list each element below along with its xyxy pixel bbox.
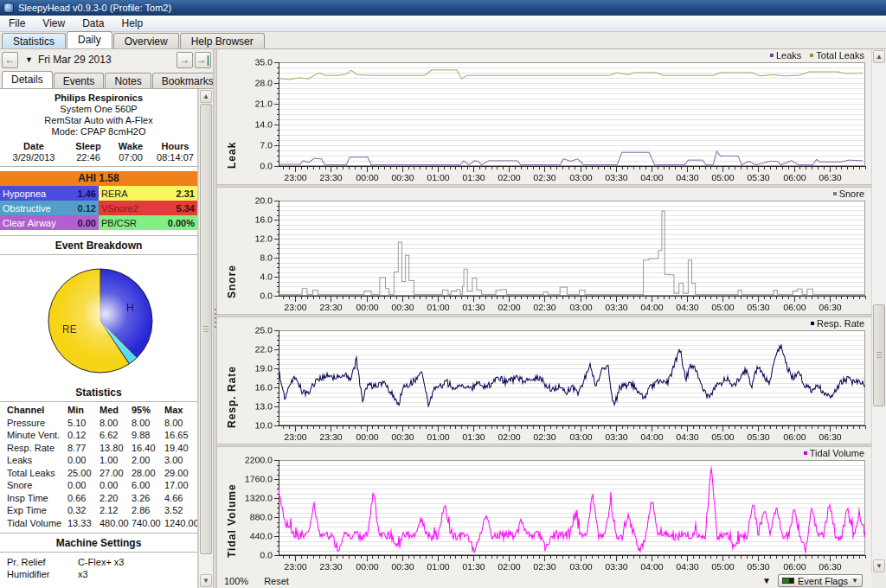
table-row: Resp. Rate8.7713.8016.4019.40: [7, 442, 197, 455]
tidal-volume-plot-area[interactable]: [217, 447, 871, 573]
chart-bottom-bar: 100% Reset ▼ Event Flags ▼: [217, 573, 871, 588]
resp-rate-plot-area[interactable]: [217, 317, 871, 444]
tab-overview[interactable]: Overview: [113, 33, 179, 48]
menu-help[interactable]: Help: [113, 16, 152, 31]
menu-view[interactable]: View: [34, 16, 74, 31]
table-row: Exp Time0.322.122.863.52: [7, 504, 197, 517]
event-breakdown-pie-chart: [0, 255, 198, 383]
session-summary: Date Sleep Wake Hours 3/29/2013 22:46 07…: [0, 137, 197, 167]
resp-rate-legend: Resp. Rate: [811, 318, 864, 329]
table-row: Snore0.000.006.0017.00: [7, 479, 197, 492]
collapse-pane-icon[interactable]: ▼: [762, 576, 771, 585]
event-rera: RERA2.31: [99, 186, 197, 201]
machine-settings-header: Machine Settings: [0, 533, 197, 552]
table-row: Tidal Volume13.33480.00740.001240.00: [7, 517, 197, 530]
legend-tidal-volume: Tidal Volume: [810, 448, 864, 458]
machine-brand: Philips Respironics: [0, 93, 197, 104]
charts-scroll-up-icon[interactable]: ▲: [873, 50, 885, 63]
legend-resp-rate: Resp. Rate: [817, 318, 864, 329]
leak-y-axis-label: Leak: [226, 49, 238, 169]
summary-wake: 07:00: [109, 152, 152, 163]
resp-rate-legend-dot: [811, 322, 814, 325]
details-pane: Philips Respironics System One 560P RemS…: [0, 89, 198, 588]
title-bar: SleepyHead v0.9.3-0 (Profile: Tom2): [0, 0, 886, 16]
tidal-volume-y-axis-label: Tidal Volume: [226, 447, 238, 558]
details-scrollbar[interactable]: ▲ ▼: [198, 89, 213, 588]
latest-day-button[interactable]: →|: [195, 52, 211, 68]
statistics-table: ChannelMinMed95%MaxPressure5.108.008.008…: [0, 401, 197, 531]
summary-header-date: Date: [0, 140, 67, 152]
table-row: Total Leaks25.0027.0028.0029.00: [7, 467, 197, 480]
tab-help-browser[interactable]: Help Browser: [180, 33, 265, 48]
table-row: Insp Time0.662.203.264.66: [7, 492, 197, 505]
snore-legend-dot: [833, 192, 837, 195]
detail-tab-bar: Details Events Notes Bookmarks: [0, 71, 213, 89]
charts-panel: Leaks Total Leaks Leak Snore Snore Resp.…: [217, 49, 871, 588]
prev-day-button[interactable]: ←: [2, 52, 18, 68]
daily-left-panel: ← ▼ Fri Mar 29 2013 → →| Details Events …: [0, 49, 213, 588]
resp-rate-chart[interactable]: Resp. Rate Resp. Rate: [217, 317, 871, 444]
tab-notes[interactable]: Notes: [105, 73, 151, 88]
reset-zoom-button[interactable]: Reset: [264, 576, 289, 586]
zoom-level-label: 100%: [224, 576, 248, 586]
next-day-button[interactable]: →: [177, 52, 193, 68]
menu-data[interactable]: Data: [74, 16, 112, 31]
tab-events[interactable]: Events: [54, 73, 105, 88]
machine-series: RemStar Auto with A-Flex: [0, 115, 197, 126]
scroll-down-icon[interactable]: ▼: [200, 574, 212, 587]
snore-plot-area[interactable]: [217, 188, 871, 314]
calendar-dropdown-icon: ▼: [25, 55, 33, 64]
ahi-banner: AHI 1.58: [0, 171, 197, 186]
table-row: Minute Vent.0.126.629.8816.65: [7, 429, 197, 442]
leak-legend: Leaks Total Leaks: [770, 50, 864, 61]
machine-info: Philips Respironics System One 560P RemS…: [0, 89, 197, 137]
app-icon: [3, 3, 14, 13]
event-pb-csr: PB/CSR0.00%: [99, 215, 197, 230]
tab-daily[interactable]: Daily: [67, 31, 112, 48]
snore-chart[interactable]: Snore Snore: [217, 188, 871, 314]
tidal-volume-chart[interactable]: Tidal Volume Tidal Volume: [217, 447, 871, 573]
snore-y-axis-label: Snore: [226, 188, 238, 298]
event-clear-airway: Clear Airway0.00: [0, 215, 99, 230]
summary-header-hours: Hours: [152, 140, 198, 152]
table-row: Leaks0.001.002.003.00: [7, 454, 197, 467]
machine-setting-row: Pr. ReliefC-Flex+ x3: [7, 556, 197, 568]
tab-statistics[interactable]: Statistics: [2, 33, 66, 48]
menu-file[interactable]: File: [0, 16, 34, 31]
leak-plot-area[interactable]: [217, 49, 871, 184]
summary-header-sleep: Sleep: [67, 140, 109, 152]
table-row: ChannelMinMed95%Max: [7, 404, 197, 417]
scroll-up-icon[interactable]: ▲: [200, 90, 212, 103]
snore-legend: Snore: [833, 189, 864, 199]
chevron-down-icon: ▼: [851, 577, 858, 585]
resp-rate-y-axis-label: Resp. Rate: [226, 317, 238, 428]
event-vsnore2: VSnore25.34: [99, 201, 197, 215]
tab-details[interactable]: Details: [2, 71, 53, 88]
main-tab-bar: Statistics Daily Overview Help Browser: [0, 32, 886, 49]
event-hypopnea: Hypopnea1.46: [0, 186, 99, 201]
legend-snore: Snore: [839, 189, 864, 199]
summary-hours: 08:14:07: [152, 152, 198, 163]
event-flags-combo[interactable]: Event Flags ▼: [778, 574, 863, 587]
event-obstructive: Obstructive0.12: [0, 201, 99, 215]
charts-scroll-down-icon[interactable]: ▼: [873, 559, 885, 572]
date-dropdown[interactable]: ▼ Fri Mar 29 2013: [25, 54, 175, 66]
event-breakdown-header: Event Breakdown: [0, 235, 197, 254]
details-scrollbar-thumb[interactable]: [200, 104, 212, 554]
machine-settings-rows: Pr. ReliefC-Flex+ x3Humidifierx3: [0, 552, 197, 585]
total-leaks-legend-dot: [810, 54, 813, 57]
tidal-volume-legend-dot: [804, 451, 807, 455]
leak-chart[interactable]: Leaks Total Leaks Leak: [217, 49, 871, 184]
leaks-legend-dot: [770, 54, 774, 57]
event-rate-grid: Hypopnea1.46 RERA2.31 Obstructive0.12 VS…: [0, 186, 197, 230]
event-flags-label: Event Flags: [798, 576, 848, 586]
summary-sleep: 22:46: [67, 152, 109, 163]
charts-scrollbar-thumb[interactable]: [873, 304, 885, 406]
date-navigation: ← ▼ Fri Mar 29 2013 → →|: [0, 49, 213, 70]
event-flags-icon: [782, 578, 794, 584]
window-title: SleepyHead v0.9.3-0 (Profile: Tom2): [18, 3, 171, 13]
summary-header-wake: Wake: [109, 140, 152, 152]
charts-scrollbar[interactable]: ▲ ▼: [871, 49, 886, 573]
statistics-header: Statistics: [0, 383, 197, 401]
legend-leaks: Leaks: [776, 50, 801, 61]
